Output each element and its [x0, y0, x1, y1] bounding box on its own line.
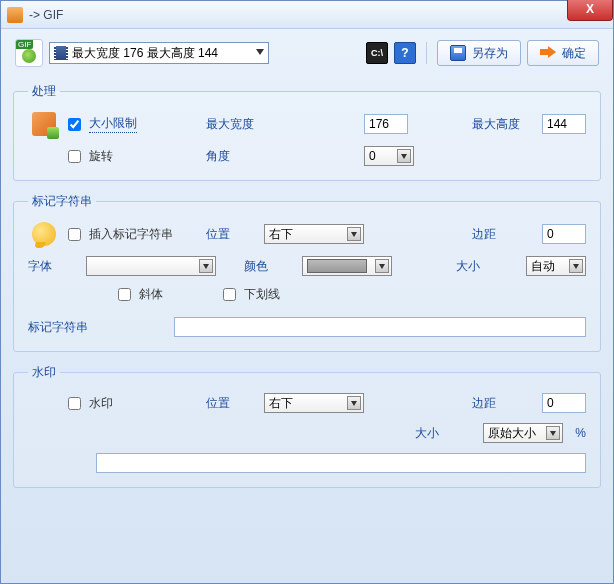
marker-position-value: 右下: [269, 226, 293, 243]
marker-string-label: 标记字符串: [28, 319, 108, 336]
chevron-down-icon: [375, 259, 389, 273]
gif-format-icon: GIF: [15, 39, 43, 67]
marker-string-input[interactable]: [174, 317, 586, 337]
arrow-right-icon: [540, 45, 556, 61]
angle-select[interactable]: 0: [364, 146, 414, 166]
insert-marker-label: 插入标记字符串: [89, 226, 173, 243]
color-swatch: [307, 259, 367, 273]
watermark-size-select[interactable]: 原始大小: [483, 423, 563, 443]
marker-margin-input[interactable]: [542, 224, 586, 244]
save-icon: [450, 45, 466, 61]
chevron-down-icon: [546, 426, 560, 440]
underline-label: 下划线: [244, 286, 280, 303]
max-height-label: 最大高度: [472, 116, 532, 133]
chevron-down-icon: [569, 259, 583, 273]
watermark-position-select[interactable]: 右下: [264, 393, 364, 413]
preset-text: 最大宽度 176 最大高度 144: [72, 45, 218, 62]
ok-label: 确定: [562, 45, 586, 62]
chevron-down-icon: [347, 227, 361, 241]
marker-margin-label: 边距: [472, 226, 532, 243]
watermark-margin-label: 边距: [472, 395, 532, 412]
save-as-button[interactable]: 另存为: [437, 40, 521, 66]
color-select[interactable]: [302, 256, 392, 276]
size-limit-checkbox[interactable]: [68, 118, 81, 131]
chevron-down-icon: [256, 49, 264, 55]
watermark-position-value: 右下: [269, 395, 293, 412]
marker-position-label: 位置: [206, 226, 266, 243]
window-title: -> GIF: [29, 8, 63, 22]
marker-size-select[interactable]: 自动: [526, 256, 586, 276]
titlebar: -> GIF X: [1, 1, 613, 29]
font-label: 字体: [28, 258, 88, 275]
preset-select[interactable]: 最大宽度 176 最大高度 144: [49, 42, 269, 64]
size-limit-checkbox-wrap[interactable]: 大小限制: [68, 115, 137, 133]
watermark-legend: 水印: [28, 364, 60, 381]
italic-checkbox[interactable]: [118, 288, 131, 301]
watermark-margin-input[interactable]: [542, 393, 586, 413]
watermark-position-label: 位置: [206, 395, 266, 412]
marker-position-select[interactable]: 右下: [264, 224, 364, 244]
film-icon: [54, 46, 68, 60]
process-legend: 处理: [28, 83, 60, 100]
ok-button[interactable]: 确定: [527, 40, 599, 66]
rotate-checkbox-wrap[interactable]: 旋转: [68, 148, 113, 165]
insert-marker-checkbox[interactable]: [68, 228, 81, 241]
color-label: 颜色: [244, 258, 304, 275]
watermark-fieldset: 水印 水印 位置 右下 边距: [13, 364, 601, 488]
italic-checkbox-wrap[interactable]: 斜体: [118, 286, 163, 303]
watermark-checkbox[interactable]: [68, 397, 81, 410]
watermark-label: 水印: [89, 395, 113, 412]
chevron-down-icon: [347, 396, 361, 410]
save-as-label: 另存为: [472, 45, 508, 62]
marker-fieldset: 标记字符串 插入标记字符串 位置 右下 边距: [13, 193, 601, 352]
marker-icon: [32, 222, 56, 246]
rotate-label: 旋转: [89, 148, 113, 165]
max-width-input[interactable]: [364, 114, 408, 134]
max-width-label: 最大宽度: [206, 116, 266, 133]
angle-label: 角度: [206, 148, 266, 165]
italic-label: 斜体: [139, 286, 163, 303]
size-limit-label: 大小限制: [89, 115, 137, 133]
underline-checkbox[interactable]: [223, 288, 236, 301]
chevron-down-icon: [397, 149, 411, 163]
gif-tag: GIF: [16, 40, 33, 49]
toolbar: GIF 最大宽度 176 最大高度 144 C:\ ? 另存为 确定: [1, 29, 613, 75]
help-icon[interactable]: ?: [394, 42, 416, 64]
watermark-size-label: 大小: [415, 425, 475, 442]
insert-marker-checkbox-wrap[interactable]: 插入标记字符串: [68, 226, 173, 243]
chevron-down-icon: [199, 259, 213, 273]
percent-label: %: [575, 426, 586, 440]
close-button[interactable]: X: [567, 0, 613, 21]
process-fieldset: 处理 大小限制 最大宽度 最大高度: [13, 83, 601, 181]
marker-size-value: 自动: [531, 258, 555, 275]
separator: [426, 42, 427, 64]
console-icon[interactable]: C:\: [366, 42, 388, 64]
marker-legend: 标记字符串: [28, 193, 96, 210]
gif-export-window: -> GIF X GIF 最大宽度 176 最大高度 144 C:\ ? 另存为…: [0, 0, 614, 584]
font-select[interactable]: [86, 256, 216, 276]
gif-picture-icon: [22, 49, 36, 63]
watermark-path-input[interactable]: [96, 453, 586, 473]
watermark-checkbox-wrap[interactable]: 水印: [68, 395, 113, 412]
max-height-input[interactable]: [542, 114, 586, 134]
angle-value: 0: [369, 149, 376, 163]
watermark-size-value: 原始大小: [488, 425, 536, 442]
app-icon: [7, 7, 23, 23]
marker-size-label: 大小: [456, 258, 516, 275]
underline-checkbox-wrap[interactable]: 下划线: [223, 286, 280, 303]
content-area: 处理 大小限制 最大宽度 最大高度: [1, 83, 613, 510]
process-icon: [32, 112, 56, 136]
rotate-checkbox[interactable]: [68, 150, 81, 163]
